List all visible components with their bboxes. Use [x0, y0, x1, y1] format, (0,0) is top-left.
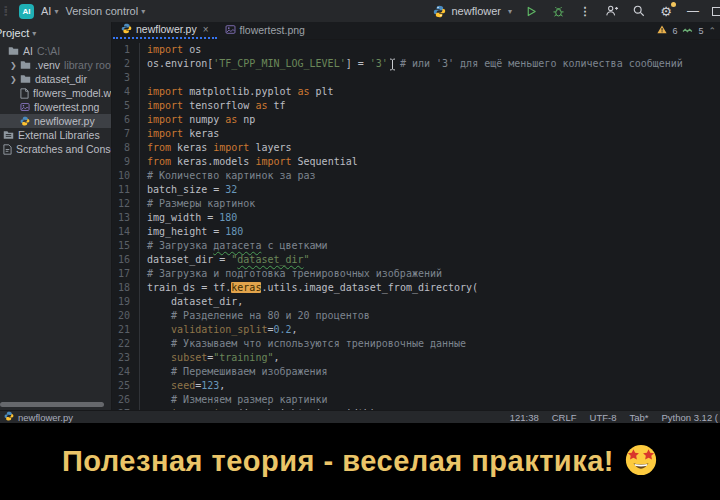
debug-button[interactable]: [550, 3, 566, 19]
tree-item-flowertest-png[interactable]: flowertest.png: [0, 100, 111, 114]
code-line[interactable]: 9from keras.models import Sequential: [113, 155, 720, 169]
line-number[interactable]: 22: [113, 337, 140, 351]
line-number[interactable]: 24: [113, 365, 140, 379]
tree-item-newflower-py[interactable]: newflower.py: [0, 114, 111, 128]
line-number[interactable]: 20: [113, 309, 140, 323]
code-token: train_ds = tf.: [147, 282, 231, 293]
tab-newflower-py[interactable]: newflower.py ×: [113, 21, 217, 39]
code-token: batch_size =: [147, 184, 225, 195]
image-file-icon: [225, 24, 236, 37]
python-interpreter[interactable]: Python 3.12 (: [661, 412, 718, 423]
code-line[interactable]: 13img_width = 180: [113, 211, 720, 225]
run-config-selector[interactable]: newflower ▾: [431, 3, 512, 19]
line-number[interactable]: 23: [113, 351, 140, 365]
caret-position[interactable]: 121:38: [510, 412, 539, 423]
search-icon[interactable]: [631, 3, 647, 19]
tab-flowertest-png[interactable]: flowertest.png: [217, 21, 313, 39]
tree-item-ai[interactable]: AIC:\AI: [0, 44, 111, 58]
code-line[interactable]: 7import keras: [113, 127, 720, 141]
code-line[interactable]: 16dataset_dir = "dataset_dir": [113, 253, 720, 267]
line-number[interactable]: 19: [113, 295, 140, 309]
code-line[interactable]: 10# Количество картинок за раз: [113, 169, 720, 183]
code-line[interactable]: 21 validation_split=0.2,: [113, 323, 720, 337]
line-number[interactable]: 6: [113, 113, 140, 127]
line-number[interactable]: 15: [113, 239, 140, 253]
code-line[interactable]: 6import numpy as np: [113, 113, 720, 127]
line-number[interactable]: 12: [113, 197, 140, 211]
code-line[interactable]: 15# Загрузка датасета с цветками: [113, 239, 720, 253]
tree-item-label: dataset_dir: [35, 73, 87, 85]
line-number[interactable]: 8: [113, 141, 140, 155]
code-line[interactable]: 11batch_size = 32: [113, 183, 720, 197]
line-number[interactable]: 17: [113, 267, 140, 281]
code-line[interactable]: 25 seed=123,: [113, 379, 720, 393]
code-token: plt: [310, 86, 334, 97]
line-ending[interactable]: CRLF: [552, 412, 577, 423]
code-line[interactable]: 12# Размеры картинок: [113, 197, 720, 211]
vcs-menu[interactable]: Version control ▾: [65, 5, 145, 17]
collaborate-icon[interactable]: [604, 3, 620, 19]
indent-style[interactable]: Tab*: [629, 412, 648, 423]
code-token: import: [147, 128, 183, 139]
code-token: # Загрузка: [147, 240, 213, 251]
code-token: img_width =: [147, 212, 219, 223]
code-token: # или '3' для ещё меньшего количества со…: [400, 58, 683, 69]
line-number[interactable]: 1: [113, 43, 140, 57]
code-line[interactable]: 22 # Указываем что используются трениров…: [113, 337, 720, 351]
more-actions-button[interactable]: ⋮: [577, 3, 593, 19]
line-number[interactable]: 9: [113, 155, 140, 169]
project-panel-header[interactable]: Project ▾: [0, 22, 111, 44]
drag-handle-icon[interactable]: ⁞⁞⁞⁞: [4, 6, 12, 16]
line-number[interactable]: 2: [113, 57, 140, 71]
settings-icon[interactable]: ⚙: [658, 3, 674, 19]
tree-item-external-libraries[interactable]: External Libraries: [0, 128, 111, 142]
chevron-right-icon[interactable]: ❯: [10, 61, 18, 70]
line-number[interactable]: 25: [113, 379, 140, 393]
line-number[interactable]: 26: [113, 393, 140, 407]
line-number[interactable]: 3: [113, 71, 140, 85]
code-line[interactable]: 24 # Перемешиваем изображения: [113, 365, 720, 379]
line-number[interactable]: 14: [113, 225, 140, 239]
line-number[interactable]: 7: [113, 127, 140, 141]
tree-item-scratches-and-consoles[interactable]: Scratches and Consoles: [0, 142, 111, 156]
minimize-button[interactable]: —: [685, 3, 701, 19]
collapse-widget-icon[interactable]: ⌃: [708, 26, 716, 36]
code-line[interactable]: 20 # Разделение на 80 и 20 процентов: [113, 309, 720, 323]
chevron-down-icon: ▾: [141, 7, 145, 16]
code-line[interactable]: 23 subset="training",: [113, 351, 720, 365]
chevron-down-icon: ▾: [32, 29, 36, 38]
code-line[interactable]: 18train_ds = tf.keras.utils.image_datase…: [113, 281, 720, 295]
tree-item-dataset-dir[interactable]: ❯dataset_dir: [0, 72, 111, 86]
code-line[interactable]: 3: [113, 71, 720, 85]
project-menu[interactable]: AI ▾: [41, 5, 58, 17]
panel-scrollbar[interactable]: [0, 402, 104, 407]
line-number[interactable]: 21: [113, 323, 140, 337]
line-number[interactable]: 16: [113, 253, 140, 267]
project-badge[interactable]: AI: [19, 4, 34, 19]
code-line[interactable]: 26 # Изменяем размер картинки: [113, 393, 720, 407]
line-number[interactable]: 11: [113, 183, 140, 197]
line-number[interactable]: 10: [113, 169, 140, 183]
chevron-right-icon[interactable]: ❯: [10, 75, 18, 84]
tree-item--venv[interactable]: ❯.venvlibrary root: [0, 58, 111, 72]
close-icon[interactable]: ×: [203, 24, 209, 35]
code-area[interactable]: 1import os2os.environ['TF_CPP_MIN_LOG_LE…: [113, 41, 720, 410]
code-line[interactable]: 5import tensorflow as tf: [113, 99, 720, 113]
line-number[interactable]: 4: [113, 85, 140, 99]
code-line[interactable]: 14img_height = 180: [113, 225, 720, 239]
maximize-button[interactable]: [712, 7, 720, 16]
code-line[interactable]: 19 dataset_dir,: [113, 295, 720, 309]
code-line[interactable]: 1import os: [113, 43, 720, 57]
line-number[interactable]: 13: [113, 211, 140, 225]
run-button[interactable]: [523, 3, 539, 19]
inspections-widget[interactable]: 6 5 ⌃: [657, 25, 716, 36]
file-encoding[interactable]: UTF-8: [590, 412, 617, 423]
line-number[interactable]: 18: [113, 281, 140, 295]
code-line[interactable]: 4import matplotlib.pyplot as plt: [113, 85, 720, 99]
status-file-name[interactable]: newflower.py: [18, 412, 73, 423]
tree-item-flowers-model-weights-h5[interactable]: flowers_model.weights.h5: [0, 86, 111, 100]
line-number[interactable]: 5: [113, 99, 140, 113]
code-line[interactable]: 2os.environ['TF_CPP_MIN_LOG_LEVEL'] = '3…: [113, 57, 720, 71]
code-line[interactable]: 8from keras import layers: [113, 141, 720, 155]
code-line[interactable]: 17# Загрузка и подготовка тренировочных …: [113, 267, 720, 281]
